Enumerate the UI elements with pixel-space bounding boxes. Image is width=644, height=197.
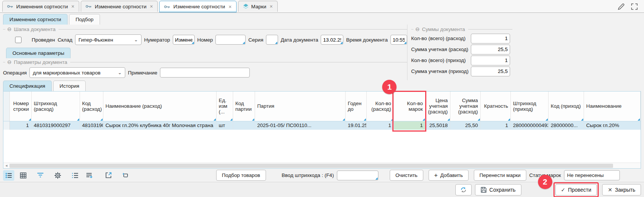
table-cell[interactable]: 48103190... (80, 121, 103, 130)
operation-select[interactable]: для маркированных товаров ⌄ (29, 67, 125, 78)
collapse-icon[interactable]: ⊖ (7, 59, 12, 65)
table-cell[interactable]: Сырок гл.20% клубника 40г Молочная стран… (103, 121, 216, 130)
collapse-icon[interactable]: ⊖ (415, 26, 420, 32)
podbor-tovarov-button[interactable]: Подбор товаров (216, 170, 266, 181)
tab-close-icon[interactable]: × (270, 3, 273, 9)
refresh-button[interactable] (455, 184, 472, 195)
document-link-icon (164, 5, 171, 9)
reload-rows-button[interactable] (120, 170, 131, 181)
note-field[interactable] (160, 68, 250, 78)
barcode-input[interactable] (337, 171, 378, 180)
table-cell[interactable]: 19.01.25 (345, 121, 366, 130)
tab-close-icon[interactable]: × (150, 3, 153, 9)
edit-pencil-icon[interactable] (618, 3, 625, 10)
note-label: Примечание (128, 70, 157, 76)
plus-icon: + (434, 172, 438, 179)
sklad-select[interactable]: Гипер-Фьюжен ⌄ (75, 34, 141, 45)
table-cell[interactable]: 28000000... (548, 121, 584, 130)
table-cell[interactable]: 1 (480, 121, 510, 130)
add-button[interactable]: +Добавить (429, 170, 469, 181)
table-cell[interactable]: 1 (9, 121, 31, 130)
sums-panel: ⊖ Суммы документа Кол-во (всего) (расход… (407, 25, 644, 80)
column-header[interactable]: Ед. изм (... (216, 92, 233, 121)
horizontal-scrollbar[interactable]: ◄ (3, 163, 641, 168)
tab-istoriya[interactable]: История (53, 81, 86, 91)
window-tab-marki[interactable]: Марки × (238, 1, 278, 12)
sum-in-field[interactable] (471, 67, 510, 76)
save-button[interactable]: Сохранить (475, 184, 521, 195)
table-cell[interactable]: Сырок гл.20% (584, 121, 640, 130)
table-cell[interactable]: 4810319000297 (31, 121, 80, 130)
column-header[interactable]: Код (расход) (80, 92, 103, 121)
table-cell[interactable]: 2800000000493 (510, 121, 548, 130)
numbered-list-button[interactable] (69, 170, 81, 181)
refresh-icon (460, 187, 467, 193)
add-rows-button[interactable] (84, 170, 95, 181)
document-form: ⊖ Шапка документа Проведен Склад Гипер-Ф… (0, 25, 644, 80)
sum-label: Сумма учетная (расход) (411, 47, 471, 52)
doc-time-field[interactable] (390, 35, 407, 45)
close-button[interactable]: ✕ Закрыть (602, 184, 641, 195)
column-header[interactable]: Код (приход) (548, 92, 584, 121)
window-tab-izmenenie-sortnosti-1[interactable]: Изменение сортности × (81, 1, 158, 12)
column-header[interactable]: Наименование (584, 92, 640, 121)
sum-out-field[interactable] (471, 45, 510, 54)
scrollbar-thumb[interactable] (9, 164, 613, 168)
doc-date-label: Дата документа (281, 37, 318, 43)
tab-close-icon[interactable]: × (71, 3, 74, 9)
column-header[interactable]: Код партии (233, 92, 255, 121)
tab-podbor[interactable]: Подбор (69, 14, 100, 25)
window-tab-izmeneniya-sortnosti[interactable]: Изменения сортности × (2, 1, 79, 12)
column-header[interactable]: Наименование (расход) (103, 92, 216, 121)
column-header[interactable]: Кол-во марок (393, 92, 425, 121)
nomer-label: Номер (197, 37, 213, 43)
tab-osnovnye-parametry[interactable]: Основные параметры (6, 48, 71, 58)
table-cell[interactable] (233, 121, 255, 130)
clear-button[interactable]: Очистить (390, 170, 423, 181)
table-cell[interactable]: шт (216, 121, 233, 130)
qty-in-field[interactable] (471, 56, 510, 65)
column-header[interactable]: Годен до (345, 92, 366, 121)
header-section-legend: ⊖ Шапка документа (3, 25, 407, 33)
table-cell[interactable]: 2025-01-05/ ПС00110... (255, 121, 345, 130)
post-button-annotation-box: 2 ✓ Провести (553, 182, 599, 197)
column-header[interactable]: Кол-во (расход) (366, 92, 393, 121)
proveden-checkbox[interactable] (15, 37, 22, 43)
transfer-marks-button[interactable]: Перенести марки (474, 170, 526, 181)
sum-label: Кол-во (всего) (расход) (411, 36, 471, 41)
qty-out-field[interactable] (471, 34, 510, 43)
tab-specifikaciya[interactable]: Спецификация (3, 81, 52, 91)
nomer-field[interactable] (215, 35, 246, 45)
column-header[interactable]: Кратность (480, 92, 510, 121)
table-cell[interactable]: 25,5018 (425, 121, 450, 130)
marks-status-value[interactable]: Не перенесены (564, 170, 620, 180)
column-header[interactable]: Сумма учетная (расход) (450, 92, 480, 121)
tab-close-icon[interactable]: × (229, 4, 232, 10)
chevron-down-icon: ⌄ (118, 70, 122, 75)
collapse-icon[interactable]: ⊖ (7, 26, 12, 32)
scroll-left-icon[interactable]: ◄ (3, 164, 9, 168)
list-view-button[interactable] (3, 170, 14, 181)
open-external-button[interactable] (103, 170, 114, 181)
tab-izmenenie-sortnosti[interactable]: Изменение сортности (3, 14, 68, 25)
table-cell[interactable]: 1 (366, 121, 393, 130)
window-tab-izmenenie-sortnosti-2-active[interactable]: Изменение сортности × (159, 1, 236, 12)
column-header[interactable]: Штрихкод (расход) (31, 92, 80, 121)
filter-button[interactable] (35, 170, 46, 181)
settings-gear-icon[interactable] (52, 170, 63, 181)
operation-label: Операция (3, 70, 27, 76)
row-indicator[interactable] (3, 121, 9, 130)
table-cell[interactable]: 25,50 (450, 121, 480, 130)
seriya-field[interactable] (266, 35, 278, 45)
column-header[interactable]: Цена учетная (расход) (425, 92, 450, 121)
doc-date-field[interactable] (321, 35, 343, 45)
marks-qty-cell[interactable]: 1 (393, 121, 425, 130)
grid-view-button[interactable] (17, 170, 29, 181)
sklad-label: Склад (58, 37, 72, 43)
numerator-field[interactable] (173, 35, 195, 45)
column-header[interactable]: Номер строки (9, 92, 31, 121)
fullscreen-icon[interactable] (631, 3, 638, 10)
post-button[interactable]: ✓ Провести (555, 184, 597, 195)
column-header[interactable]: Партия (255, 92, 345, 121)
column-header[interactable]: Штрихкод (приход) (510, 92, 548, 121)
